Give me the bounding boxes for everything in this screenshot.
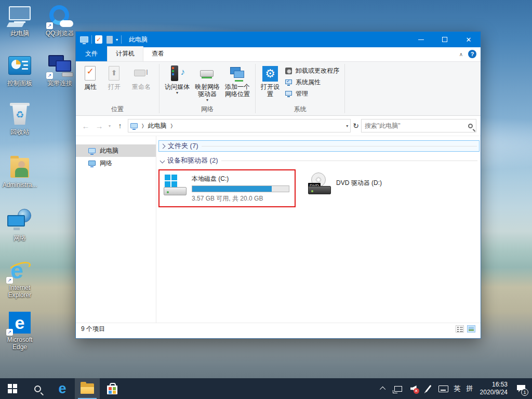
title-bar[interactable]: ✓ ▾ 此电脑 ✕ xyxy=(76,32,481,47)
desktop-icon-network[interactable]: 网络 xyxy=(0,209,39,242)
desktop-icon-control-panel[interactable]: 控制面板 xyxy=(0,54,39,87)
qat-dropdown-icon[interactable]: ▾ xyxy=(116,37,118,42)
taskbar-search-button[interactable] xyxy=(25,378,50,399)
taskbar-edge-button[interactable]: e xyxy=(50,378,75,399)
desktop-icon-qq-browser[interactable]: ↗ QQ浏览器 xyxy=(40,4,79,37)
rename-icon xyxy=(133,65,150,82)
map-network-drive-button[interactable]: 映射网络驱动器 ▾ xyxy=(193,64,222,103)
group-label-system: 系统 xyxy=(259,104,341,115)
manage-button[interactable]: 管理 xyxy=(283,89,341,99)
desktop-icon-label: 宽带连接 xyxy=(40,79,79,87)
breadcrumb-chevron-icon[interactable]: ❭ xyxy=(169,123,175,128)
dvd-drive-icon: DVD xyxy=(308,172,331,197)
tray-date: 2020/9/24 xyxy=(480,389,508,396)
input-language-indicator[interactable]: 英 xyxy=(453,378,462,399)
touch-keyboard-icon[interactable] xyxy=(438,378,449,399)
drive-d-tile[interactable]: DVD DVD 驱动器 (D:) xyxy=(304,169,387,207)
properties-button[interactable]: ✓ 属性 xyxy=(79,64,102,92)
minimize-button[interactable] xyxy=(409,32,433,47)
help-icon[interactable]: ? xyxy=(468,50,476,58)
qat-properties-icon[interactable]: ✓ xyxy=(95,35,102,44)
nav-item-label: 网络 xyxy=(100,159,112,168)
qat-new-folder-icon[interactable] xyxy=(107,36,113,44)
close-button[interactable]: ✕ xyxy=(457,32,481,47)
system-tray: ✕ 英 拼 16:53 2020/9/24 1 xyxy=(378,378,532,399)
rename-button[interactable]: 重命名 xyxy=(127,64,156,92)
breadcrumb[interactable]: 此电脑 xyxy=(148,122,167,130)
drive-capacity: 3.57 GB 可用, 共 20.0 GB xyxy=(192,194,289,203)
tab-computer[interactable]: 计算机 xyxy=(107,46,143,61)
search-input[interactable] xyxy=(365,122,468,129)
map-network-drive-icon xyxy=(199,65,216,82)
desktop-icon-broadband[interactable]: ↗ 宽带连接 xyxy=(40,54,79,87)
taskbar-explorer-button[interactable] xyxy=(75,378,100,399)
divider xyxy=(344,64,345,113)
group-label-network: 网络 xyxy=(163,104,252,115)
access-media-button[interactable]: ♪ 访问媒体 ▾ xyxy=(163,64,192,96)
qq-browser-icon: ↗ xyxy=(47,4,72,28)
uninstall-program-button[interactable]: 卸载或更改程序 xyxy=(283,66,341,76)
desktop-icon-label: Internet Explorer xyxy=(0,284,39,299)
item-count: 9 个项目 xyxy=(81,325,105,334)
drive-c-tile[interactable]: 本地磁盘 (C:) 3.57 GB 可用, 共 20.0 GB xyxy=(158,169,296,207)
group-header-devices[interactable]: 设备和驱动器 (2) xyxy=(158,155,480,166)
disk-usage-bar xyxy=(192,185,289,192)
maximize-button[interactable] xyxy=(433,32,457,47)
desktop-icon-this-pc[interactable]: 此电脑 xyxy=(0,4,39,37)
address-bar[interactable]: ❭ 此电脑 ❭ ▾ xyxy=(128,119,351,132)
tab-file[interactable]: 文件 xyxy=(76,46,107,61)
chevron-right-icon[interactable] xyxy=(161,143,166,149)
open-icon: ⬆ xyxy=(106,65,123,82)
divider xyxy=(121,35,122,44)
large-icons-view-icon[interactable] xyxy=(467,325,475,332)
nav-item-network[interactable]: 网络 xyxy=(76,157,156,169)
chevron-down-icon[interactable] xyxy=(160,158,165,163)
start-button[interactable] xyxy=(0,378,25,399)
desktop-icon-label: 此电脑 xyxy=(0,30,39,37)
status-bar: 9 个项目 xyxy=(76,323,481,335)
search-icon[interactable] xyxy=(468,124,473,128)
microsoft-edge-icon: e↗ xyxy=(7,311,32,335)
desktop-icon-internet-explorer[interactable]: e↗ Internet Explorer xyxy=(0,259,39,299)
file-explorer-icon xyxy=(81,383,94,394)
desktop-icon-recycle-bin[interactable]: ♻ 回收站 xyxy=(0,103,39,136)
group-header-folders[interactable]: 文件夹 (7) xyxy=(158,140,480,152)
window-title: 此电脑 xyxy=(129,35,148,44)
forward-button[interactable]: → xyxy=(94,122,105,130)
desktop-icon-label: 网络 xyxy=(0,234,39,242)
refresh-icon[interactable]: ↻ xyxy=(353,122,359,130)
breadcrumb-chevron-icon: ❭ xyxy=(140,123,146,128)
dropdown-arrow-icon: ▾ xyxy=(176,91,178,95)
desktop-icon-microsoft-edge[interactable]: e↗ Microsoft Edge xyxy=(0,311,39,351)
desktop-icon-admin-folder[interactable]: Administra... xyxy=(0,156,39,189)
up-button[interactable]: ↑ xyxy=(114,122,126,130)
add-network-location-button[interactable]: 添加一个网络位置 xyxy=(223,64,252,99)
network-status-icon[interactable] xyxy=(393,378,404,399)
volume-muted-icon[interactable]: ✕ xyxy=(408,378,419,399)
file-list: 文件夹 (7) 设备和驱动器 (2) 本地磁盘 (C:) 3. xyxy=(156,136,481,323)
search-box[interactable] xyxy=(361,119,476,132)
tray-expand-icon[interactable] xyxy=(378,378,389,399)
navigation-pane: 此电脑 网络 xyxy=(76,136,156,323)
ime-mode-indicator[interactable]: 拼 xyxy=(466,378,474,399)
system-properties-button[interactable]: 系统属性 xyxy=(283,77,341,87)
pen-input-icon[interactable] xyxy=(423,378,434,399)
nav-item-this-pc[interactable]: 此电脑 xyxy=(76,144,156,157)
user-folder-icon xyxy=(7,156,32,180)
shortcut-arrow-icon: ↗ xyxy=(46,22,53,29)
desktop-icon-label: Administra... xyxy=(0,181,39,189)
collapse-ribbon-icon[interactable]: ∧ xyxy=(459,51,463,57)
details-view-icon[interactable] xyxy=(456,325,464,332)
clock[interactable]: 16:53 2020/9/24 xyxy=(478,381,510,396)
dropdown-arrow-icon: ▾ xyxy=(206,99,208,102)
address-dropdown-icon[interactable]: ▾ xyxy=(346,124,348,128)
open-settings-button[interactable]: ⚙ 打开设置 xyxy=(259,64,282,99)
group-header-label: 文件夹 (7) xyxy=(168,141,198,151)
tab-view[interactable]: 查看 xyxy=(143,47,172,61)
open-button[interactable]: ⬆ 打开 xyxy=(103,64,126,92)
back-button[interactable]: ← xyxy=(80,122,91,130)
recent-locations-icon[interactable]: ▾ xyxy=(107,124,112,128)
action-center-icon[interactable]: 1 xyxy=(513,378,529,399)
desktop-icon-label: Microsoft Edge xyxy=(0,336,39,351)
taskbar-store-button[interactable] xyxy=(100,378,125,399)
